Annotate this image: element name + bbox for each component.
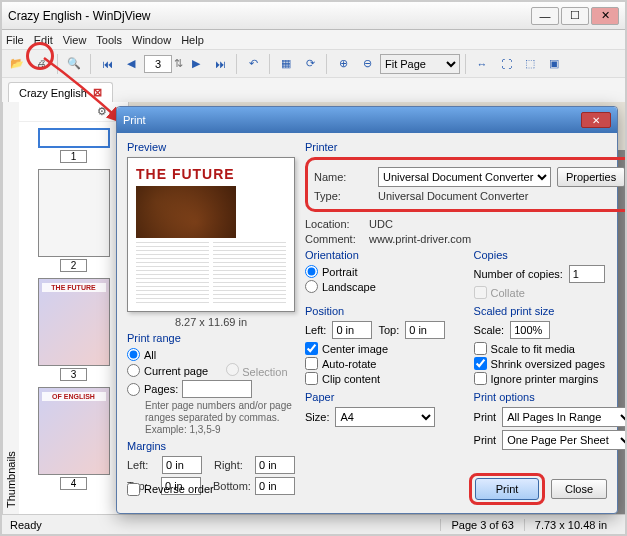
print-layout-select[interactable]: One Page Per Sheet (502, 430, 627, 450)
doc-tab[interactable]: Crazy English ⊠ (8, 82, 113, 102)
separator (90, 54, 91, 74)
center-image-checkbox[interactable] (305, 342, 318, 355)
dialog-title: Print (123, 114, 581, 126)
dialog-footer: Reverse order Print Close (127, 473, 607, 505)
zoom-in-button[interactable]: ⊕ (332, 53, 354, 75)
printer-comment: www.print-driver.com (369, 233, 471, 245)
zoom-out-button[interactable]: ⊖ (356, 53, 378, 75)
close-button[interactable]: Close (551, 479, 607, 499)
range-all-radio[interactable] (127, 348, 140, 361)
doc-tab-row: Crazy English ⊠ (2, 78, 625, 102)
status-ready: Ready (10, 519, 440, 531)
range-current-radio[interactable] (127, 364, 140, 377)
status-dimensions: 7.73 x 10.48 in (524, 519, 617, 531)
fit-page-button[interactable]: ⛶ (495, 53, 517, 75)
doc-tab-label: Crazy English (19, 87, 87, 99)
pos-left-input[interactable] (332, 321, 372, 339)
reverse-order-checkbox[interactable] (127, 483, 140, 496)
status-bar: Ready Page 3 of 63 7.73 x 10.48 in (2, 514, 625, 534)
annotation-printer-highlight: Name: Universal Document Converter Prope… (305, 157, 627, 212)
separator (465, 54, 466, 74)
title-bar: Crazy English - WinDjView — ☐ ✕ (2, 2, 625, 30)
paper-label: Paper (305, 391, 466, 403)
gear-icon[interactable]: ⚙ (97, 105, 107, 118)
shrink-checkbox[interactable] (474, 357, 487, 370)
margin-right-input[interactable] (255, 456, 295, 474)
menu-tools[interactable]: Tools (96, 34, 122, 46)
thumbnails-header: ⚙ ✕ (19, 102, 128, 122)
menu-edit[interactable]: Edit (34, 34, 53, 46)
print-pages-select[interactable]: All Pages In Range (502, 407, 627, 427)
rotate-button[interactable]: ⟳ (299, 53, 321, 75)
clip-content-checkbox[interactable] (305, 372, 318, 385)
margins-label: Margins (127, 440, 295, 452)
minimize-button[interactable]: — (531, 7, 559, 25)
auto-rotate-checkbox[interactable] (305, 357, 318, 370)
range-selection-radio (226, 363, 239, 376)
window-title: Crazy English - WinDjView (8, 9, 529, 23)
thumbnail-item[interactable]: 1 (25, 128, 122, 163)
thumbnail-item[interactable]: OF ENGLISH4 (25, 387, 122, 490)
print-range-label: Print range (127, 332, 295, 344)
separator (236, 54, 237, 74)
back-button[interactable]: ↶ (242, 53, 264, 75)
prev-page-button[interactable]: ◀ (120, 53, 142, 75)
actual-size-button[interactable]: ⬚ (519, 53, 541, 75)
fit-width-button[interactable]: ↔ (471, 53, 493, 75)
pages-hint: Enter page numbers and/or page ranges se… (145, 400, 295, 436)
maximize-button[interactable]: ☐ (561, 7, 589, 25)
find-button[interactable]: 🔍 (63, 53, 85, 75)
annotation-print-highlight: Print (469, 473, 545, 505)
printer-label: Printer (305, 141, 627, 153)
margin-left-input[interactable] (162, 456, 202, 474)
menu-window[interactable]: Window (132, 34, 171, 46)
thumbnails-label: Thumbnails (2, 102, 19, 514)
pages-input[interactable] (182, 380, 252, 398)
preview-label: Preview (127, 141, 295, 153)
properties-button[interactable]: Properties (557, 167, 625, 187)
range-pages-radio[interactable] (127, 383, 140, 396)
menu-bar: File Edit View Tools Window Help (2, 30, 625, 50)
separator (57, 54, 58, 74)
print-preview: THE FUTURE (127, 157, 295, 312)
preview-dimensions: 8.27 x 11.69 in (127, 316, 295, 328)
separator (326, 54, 327, 74)
pos-top-input[interactable] (405, 321, 445, 339)
last-page-button[interactable]: ⏭ (209, 53, 231, 75)
page-updown-icon[interactable]: ⇅ (174, 57, 183, 70)
open-button[interactable]: 📂 (6, 53, 28, 75)
print-button[interactable]: 🖨 (30, 53, 52, 75)
landscape-radio[interactable] (305, 280, 318, 293)
print-dialog: Print ✕ Preview THE FUTURE 8.27 x 11.69 … (116, 106, 618, 514)
fullscreen-button[interactable]: ▣ (543, 53, 565, 75)
paper-size-select[interactable]: A4 (335, 407, 435, 427)
thumbnails-list[interactable]: 1 2 THE FUTURE3 OF ENGLISH4 (19, 122, 128, 510)
first-page-button[interactable]: ⏮ (96, 53, 118, 75)
scale-input[interactable] (510, 321, 550, 339)
position-label: Position (305, 305, 466, 317)
portrait-radio[interactable] (305, 265, 318, 278)
separator (269, 54, 270, 74)
collate-checkbox (474, 286, 487, 299)
thumbnail-item[interactable]: THE FUTURE3 (25, 278, 122, 381)
dialog-close-button[interactable]: ✕ (581, 112, 611, 128)
print-confirm-button[interactable]: Print (475, 478, 539, 500)
page-number-input[interactable] (144, 55, 172, 73)
layout-button[interactable]: ▦ (275, 53, 297, 75)
print-options-label: Print options (474, 391, 627, 403)
next-page-button[interactable]: ▶ (185, 53, 207, 75)
printer-location: UDC (369, 218, 393, 230)
menu-help[interactable]: Help (181, 34, 204, 46)
menu-file[interactable]: File (6, 34, 24, 46)
dialog-titlebar: Print ✕ (117, 107, 617, 133)
thumbnail-item[interactable]: 2 (25, 169, 122, 272)
printer-name-select[interactable]: Universal Document Converter (378, 167, 551, 187)
zoom-select[interactable]: Fit Page (380, 54, 460, 74)
window-close-button[interactable]: ✕ (591, 7, 619, 25)
fit-media-checkbox[interactable] (474, 342, 487, 355)
doc-tab-close-icon[interactable]: ⊠ (93, 86, 102, 99)
ignore-margins-checkbox[interactable] (474, 372, 487, 385)
copies-input[interactable] (569, 265, 605, 283)
orientation-label: Orientation (305, 249, 466, 261)
menu-view[interactable]: View (63, 34, 87, 46)
